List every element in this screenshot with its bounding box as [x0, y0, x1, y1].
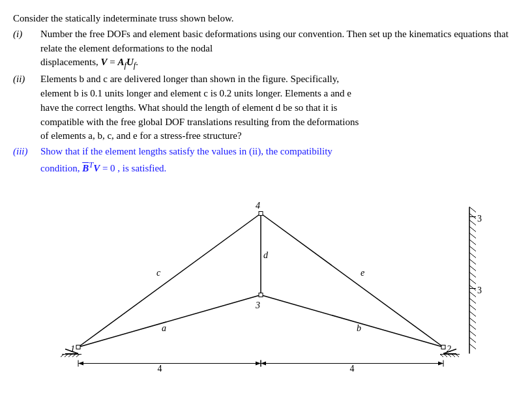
svg-line-22 [65, 354, 68, 357]
part-ii-body: Elements b and c are delivered longer th… [40, 72, 519, 143]
svg-line-58 [469, 344, 476, 349]
svg-marker-66 [256, 361, 261, 365]
truss-diagram: 1 2 3 4 a b c e d [13, 179, 522, 375]
svg-text:3: 3 [477, 213, 482, 223]
svg-line-42 [469, 239, 476, 244]
svg-line-57 [469, 337, 476, 342]
svg-line-33 [456, 354, 459, 357]
svg-text:c: c [156, 267, 161, 277]
part-i-label: (i) [13, 27, 40, 72]
svg-line-46 [469, 265, 476, 271]
svg-rect-5 [76, 345, 80, 349]
svg-line-30 [444, 354, 447, 357]
svg-line-2 [78, 213, 261, 347]
svg-line-56 [469, 330, 476, 336]
svg-line-31 [448, 354, 451, 357]
svg-line-25 [76, 354, 80, 357]
svg-rect-7 [441, 345, 445, 349]
svg-marker-71 [261, 361, 266, 365]
part-iii-label: (iii) [13, 145, 40, 176]
svg-line-49 [469, 285, 476, 290]
svg-marker-65 [78, 361, 83, 365]
svg-line-43 [469, 246, 476, 251]
svg-text:d: d [263, 250, 269, 259]
svg-line-21 [61, 354, 64, 357]
svg-line-0 [78, 295, 261, 347]
svg-line-55 [469, 324, 476, 329]
svg-line-51 [469, 298, 476, 303]
svg-line-3 [261, 213, 443, 347]
svg-line-45 [469, 259, 476, 264]
part-iii-body: Show that if the element lengths satisfy… [40, 145, 519, 176]
svg-line-47 [469, 272, 476, 277]
svg-line-40 [469, 226, 476, 231]
svg-text:4: 4 [350, 363, 355, 373]
svg-line-41 [469, 233, 476, 238]
svg-line-53 [469, 311, 476, 316]
part-ii-label: (ii) [13, 72, 40, 143]
svg-line-48 [469, 278, 476, 284]
svg-line-29 [440, 354, 443, 357]
svg-marker-72 [438, 361, 443, 365]
svg-line-23 [68, 354, 72, 357]
svg-line-39 [469, 220, 476, 225]
svg-line-24 [72, 354, 76, 357]
svg-line-54 [469, 317, 476, 323]
svg-text:3: 3 [477, 285, 482, 295]
main-content: Consider the statically indeterminate tr… [0, 0, 532, 381]
svg-text:3: 3 [255, 300, 260, 310]
svg-text:a: a [162, 323, 166, 332]
svg-rect-6 [259, 293, 263, 297]
svg-text:4: 4 [256, 200, 260, 210]
problem-text: Consider the statically indeterminate tr… [13, 12, 519, 176]
svg-line-50 [469, 291, 476, 297]
svg-line-38 [469, 213, 476, 218]
svg-rect-8 [259, 211, 263, 215]
svg-text:e: e [361, 267, 364, 277]
svg-line-32 [452, 354, 455, 357]
svg-line-1 [261, 295, 443, 347]
part-i-body: Number the free DOFs and element basic d… [40, 27, 519, 72]
svg-line-37 [469, 207, 476, 212]
svg-text:b: b [357, 323, 361, 332]
svg-line-52 [469, 304, 476, 310]
intro-line: Consider the statically indeterminate tr… [13, 12, 519, 26]
svg-line-44 [469, 252, 476, 257]
svg-text:4: 4 [158, 363, 162, 373]
